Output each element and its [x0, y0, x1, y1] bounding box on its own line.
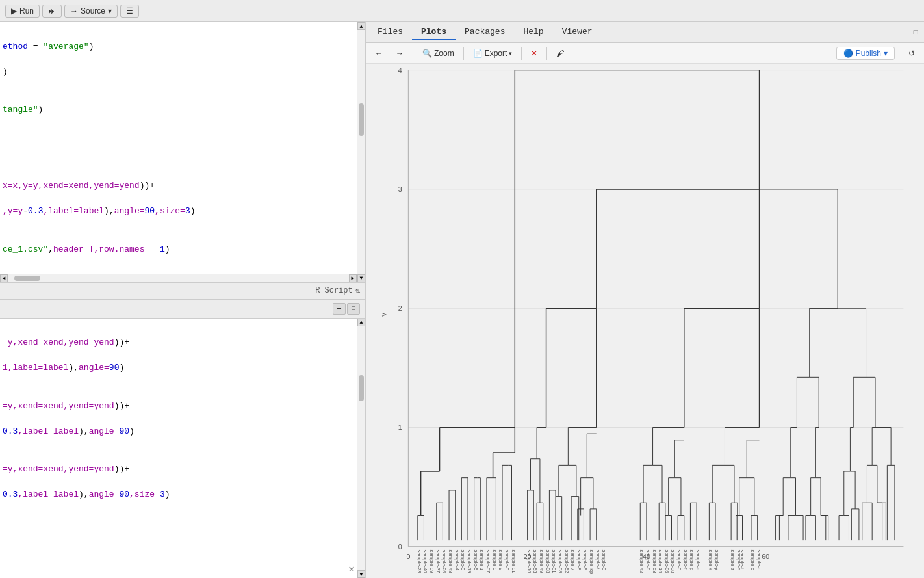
scroll-right-arrow[interactable]: ▶	[349, 274, 357, 282]
svg-text:sample-38: sample-38	[670, 550, 676, 573]
svg-text:3: 3	[398, 185, 402, 193]
run-label: Run	[19, 7, 34, 16]
export-button[interactable]: 📄 Export ▾	[468, 47, 518, 59]
tab-packages[interactable]: Packages	[456, 24, 514, 40]
back-plot-button[interactable]: ←	[370, 47, 388, 59]
svg-text:sample-m: sample-m	[695, 550, 701, 572]
forward-plot-button[interactable]: →	[391, 47, 409, 59]
svg-text:sample-3: sample-3	[504, 550, 510, 571]
svg-text:sample-c: sample-c	[750, 550, 756, 570]
refresh-button[interactable]: ↺	[903, 47, 920, 59]
clear-console-button[interactable]: ✕	[348, 562, 355, 575]
top-toolbar: ▶ Run ⏭ → Source ▾ ☰	[0, 0, 924, 22]
export-label: Export	[485, 49, 507, 58]
brush-icon: 🖌	[556, 49, 564, 58]
zoom-label: Zoom	[434, 49, 454, 58]
scroll-up-arrow-b[interactable]: ▲	[357, 319, 365, 326]
svg-text:sample-40: sample-40	[422, 550, 428, 573]
svg-text:sample-4: sample-4	[454, 550, 460, 571]
svg-text:sample-7: sample-7	[570, 550, 576, 571]
svg-text:y: y	[379, 313, 387, 317]
code-lines-top: ethod = "average") ) tangle") x=x,y=y,xe…	[0, 22, 365, 282]
svg-text:sample-19: sample-19	[467, 550, 472, 573]
forward-icon: ⏭	[48, 7, 56, 16]
svg-text:sample-06: sample-06	[664, 550, 670, 573]
toolbar-sep-2	[463, 47, 464, 60]
svg-text:sample-3: sample-3	[601, 550, 607, 571]
svg-text:sample-0: sample-0	[676, 550, 682, 571]
plots-toolbar: ← → 🔍 Zoom 📄 Export ▾ ✕ 🖌	[366, 43, 924, 64]
minimize-panel-button[interactable]: —	[333, 303, 346, 315]
vertical-scrollbar-bottom[interactable]: ▲ ▼	[357, 319, 365, 579]
run-button[interactable]: ▶ Run	[5, 5, 40, 18]
svg-text:sample-42: sample-42	[639, 550, 645, 573]
scroll-thumb-vb	[359, 375, 364, 401]
publish-button[interactable]: 🔵 Publish ▾	[836, 47, 895, 60]
file-type-label: R Script	[315, 286, 353, 295]
tab-files-label: Files	[378, 27, 403, 36]
forward-plot-icon: →	[396, 49, 404, 58]
plots-tabs: Files Plots Packages Help Viewer — □	[366, 22, 924, 43]
back-plot-icon: ←	[375, 49, 383, 58]
code-editor-bottom[interactable]: =y,xend=xend,yend=yend))+ 1,label=label)…	[0, 319, 365, 579]
svg-text:sample-23: sample-23	[417, 550, 422, 573]
minimize-plots-button[interactable]: —	[895, 27, 907, 38]
left-panel: ethod = "average") ) tangle") x=x,y=y,xe…	[0, 22, 366, 578]
source-icon: →	[70, 7, 78, 16]
svg-text:0: 0	[406, 553, 410, 560]
horizontal-scrollbar-top[interactable]: ◀ ▶	[0, 274, 357, 282]
zoom-icon: 🔍	[422, 49, 432, 58]
svg-text:sample-x: sample-x	[708, 550, 713, 570]
svg-text:sample-9: sample-9	[645, 550, 651, 571]
svg-text:sample-y: sample-y	[714, 550, 720, 570]
svg-text:sample-37: sample-37	[435, 550, 441, 573]
svg-text:sample-r: sample-r	[683, 550, 689, 570]
tab-files[interactable]: Files	[368, 24, 412, 40]
svg-text:2: 2	[398, 304, 402, 312]
maximize-panel-button[interactable]: □	[347, 303, 360, 315]
scroll-down-arrow[interactable]: ▼	[357, 274, 365, 282]
scroll-up-arrow[interactable]: ▲	[357, 22, 365, 30]
svg-text:sample-08: sample-08	[545, 550, 551, 573]
tab-plots[interactable]: Plots	[412, 24, 456, 40]
svg-text:sample-31: sample-31	[551, 550, 557, 573]
refresh-icon: ↺	[908, 49, 915, 58]
svg-text:sample-lop: sample-lop	[589, 550, 595, 575]
svg-text:sample-01: sample-01	[511, 550, 517, 573]
tab-viewer[interactable]: Viewer	[553, 24, 602, 40]
svg-text:sample-14: sample-14	[658, 550, 663, 574]
svg-text:sample-d: sample-d	[756, 550, 762, 571]
main-content: ethod = "average") ) tangle") x=x,y=y,xe…	[0, 22, 924, 578]
menu-button[interactable]: ☰	[120, 5, 139, 18]
run-icon: ▶	[11, 7, 17, 16]
svg-text:sample-52: sample-52	[564, 550, 570, 573]
scroll-left-arrow[interactable]: ◀	[0, 274, 8, 282]
svg-text:sample-58: sample-58	[558, 550, 563, 573]
svg-text:sample-48: sample-48	[448, 550, 454, 573]
toolbar-sep-1	[413, 47, 413, 60]
scroll-down-arrow-b[interactable]: ▼	[357, 570, 365, 578]
status-right: R Script ⇅	[315, 286, 360, 296]
forward-button[interactable]: ⏭	[42, 5, 62, 18]
svg-text:sample-07: sample-07	[485, 550, 491, 573]
svg-text:sample-0: sample-0	[492, 550, 498, 571]
code-editor-top[interactable]: ethod = "average") ) tangle") x=x,y=y,xe…	[0, 22, 365, 282]
publish-icon: 🔵	[843, 49, 853, 58]
scroll-thumb-h	[14, 276, 40, 281]
tab-help[interactable]: Help	[514, 24, 552, 40]
source-dropdown-icon: ▾	[108, 7, 112, 16]
minimize-icon: —	[337, 305, 341, 312]
clear-plot-icon: ✕	[531, 49, 537, 58]
brush-button[interactable]: 🖌	[551, 47, 569, 59]
maximize-plots-button[interactable]: □	[910, 27, 921, 38]
clear-plot-button[interactable]: ✕	[526, 47, 543, 59]
panel-separator: — □	[0, 299, 365, 319]
source-button[interactable]: → Source ▾	[64, 5, 118, 18]
plot-area: 4 3 2 1 0 y 0 20 40 60	[366, 64, 924, 578]
zoom-button[interactable]: 🔍 Zoom	[417, 47, 459, 59]
svg-text:sample-49: sample-49	[539, 550, 545, 573]
code-lines-bottom: =y,xend=xend,yend=yend))+ 1,label=label)…	[0, 319, 365, 532]
publish-label: Publish	[856, 49, 881, 58]
svg-text:1: 1	[398, 423, 402, 431]
vertical-scrollbar-top[interactable]: ▲ ▼	[357, 22, 365, 282]
